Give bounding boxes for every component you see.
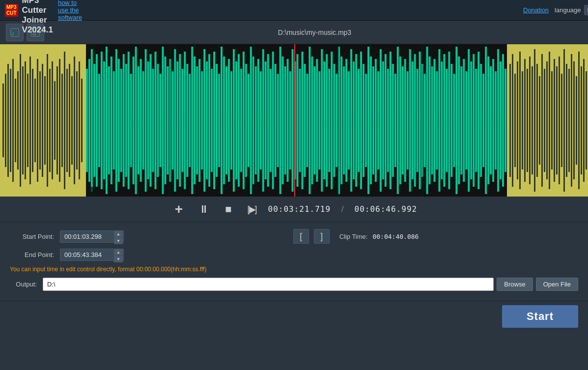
waveform-right-svg [507, 44, 588, 197]
end-point-up[interactable]: ▲ [114, 249, 123, 256]
svg-rect-234 [532, 66, 533, 174]
svg-rect-7 [7, 64, 9, 177]
svg-rect-243 [554, 59, 555, 182]
svg-rect-228 [517, 61, 518, 179]
svg-rect-231 [524, 59, 526, 182]
svg-rect-31 [66, 69, 68, 172]
svg-rect-16 [29, 57, 31, 184]
svg-rect-33 [71, 76, 73, 165]
svg-rect-244 [556, 66, 558, 174]
svg-rect-213 [91, 44, 93, 49]
start-point-down[interactable]: ▼ [114, 238, 123, 244]
svg-rect-251 [573, 61, 575, 179]
end-point-row: End Point: ▲ ▼ [10, 249, 578, 261]
svg-rect-235 [534, 49, 535, 192]
output-path-input[interactable] [43, 278, 494, 291]
waveform-left-svg [0, 44, 86, 197]
language-select[interactable]: English [584, 5, 588, 15]
end-point-label: End Point: [10, 251, 54, 258]
bracket-buttons: [ ] [293, 229, 330, 244]
output-row: Output: Browse Open File [10, 278, 578, 291]
svg-rect-256 [586, 71, 587, 170]
app-logo: MP3 CUT [5, 4, 18, 17]
waveform-unselected-left [0, 44, 86, 197]
svg-rect-215 [86, 172, 88, 197]
language-dropdown-wrap: English [584, 5, 588, 15]
title-bar: MP3 CUT Free MP3 Cutter Joiner V2024.1 h… [0, 0, 588, 21]
pause-button[interactable]: ⏸ [195, 201, 213, 218]
svg-rect-17 [32, 69, 33, 172]
svg-rect-10 [15, 79, 16, 162]
app-title: Free MP3 Cutter Joiner V2024.1 [22, 0, 53, 35]
svg-rect-241 [549, 52, 550, 189]
svg-rect-236 [536, 64, 538, 177]
start-point-label: Start Point: [10, 233, 54, 240]
stop-button[interactable]: ■ [221, 201, 235, 218]
end-point-down[interactable]: ▼ [114, 256, 123, 262]
svg-rect-227 [514, 74, 516, 167]
toolbar: ♪ ♫ D:\music\my-music.mp3 [0, 21, 588, 44]
svg-rect-214 [93, 44, 95, 64]
add-button[interactable]: + [171, 199, 187, 219]
svg-rect-28 [59, 59, 60, 182]
svg-rect-233 [529, 57, 531, 184]
svg-rect-19 [37, 59, 38, 182]
svg-rect-252 [576, 76, 577, 165]
music-note-icon: ♪ [9, 27, 20, 38]
svg-rect-22 [44, 76, 46, 165]
svg-rect-239 [544, 69, 545, 172]
controls-bar: + ⏸ ■ [▶] 00:03:21.719 / 00:06:46.992 [0, 197, 588, 222]
svg-rect-232 [527, 69, 528, 172]
play-to-end-button[interactable]: [▶] [244, 202, 260, 217]
svg-rect-14 [25, 61, 26, 179]
end-point-input-wrap: ▲ ▼ [60, 249, 124, 261]
waveform-container[interactable] [0, 44, 588, 197]
set-end-bracket[interactable]: ] [314, 229, 330, 244]
svg-rect-20 [39, 71, 41, 170]
svg-rect-226 [512, 54, 513, 187]
edit-area: Start Point: ▲ ▼ [ ] Clip Time: 00:04:40… [0, 222, 588, 301]
svg-rect-245 [559, 57, 560, 184]
file-path: D:\music\my-music.mp3 [47, 28, 582, 36]
browse-button[interactable]: Browse [497, 278, 532, 291]
svg-rect-21 [42, 64, 43, 177]
donation-link[interactable]: Donation [523, 6, 549, 14]
svg-rect-211 [86, 44, 88, 69]
svg-rect-6 [5, 74, 6, 167]
svg-rect-242 [551, 71, 553, 170]
svg-rect-248 [566, 64, 567, 177]
start-button[interactable]: Start [502, 305, 578, 328]
svg-rect-15 [27, 74, 28, 167]
open-file-toolbar-btn[interactable]: ♪ [6, 24, 24, 41]
start-point-input-wrap: ▲ ▼ [60, 230, 124, 243]
start-point-row: Start Point: ▲ ▼ [ ] Clip Time: 00:04:40… [10, 229, 578, 244]
waveform-unselected-right [507, 44, 588, 197]
howto-link[interactable]: how to use the software [58, 0, 82, 21]
time-separator: / [341, 205, 343, 214]
svg-rect-5 [2, 84, 4, 157]
start-point-up[interactable]: ▲ [114, 231, 123, 237]
bottom-bar: Start [0, 301, 588, 332]
clip-time-value: 00:04:40.086 [372, 233, 419, 240]
svg-rect-250 [571, 54, 572, 187]
svg-rect-9 [12, 59, 14, 182]
svg-rect-8 [10, 69, 11, 172]
svg-rect-212 [88, 44, 90, 59]
playhead[interactable] [294, 44, 295, 197]
svg-rect-238 [541, 54, 543, 187]
svg-rect-230 [522, 71, 523, 170]
svg-rect-23 [47, 54, 48, 187]
svg-rect-35 [76, 71, 78, 170]
svg-rect-249 [568, 69, 570, 172]
svg-rect-240 [546, 61, 548, 179]
svg-rect-11 [17, 71, 19, 170]
language-label: language [555, 6, 581, 14]
svg-rect-225 [509, 64, 511, 177]
svg-rect-246 [561, 74, 562, 167]
svg-rect-218 [93, 177, 95, 197]
set-start-bracket[interactable]: [ [293, 229, 309, 244]
svg-rect-24 [49, 69, 51, 172]
pause-icon: ⏸ [198, 203, 209, 215]
open-file-button[interactable]: Open File [536, 278, 578, 291]
logo-line2: CUT [6, 10, 17, 16]
